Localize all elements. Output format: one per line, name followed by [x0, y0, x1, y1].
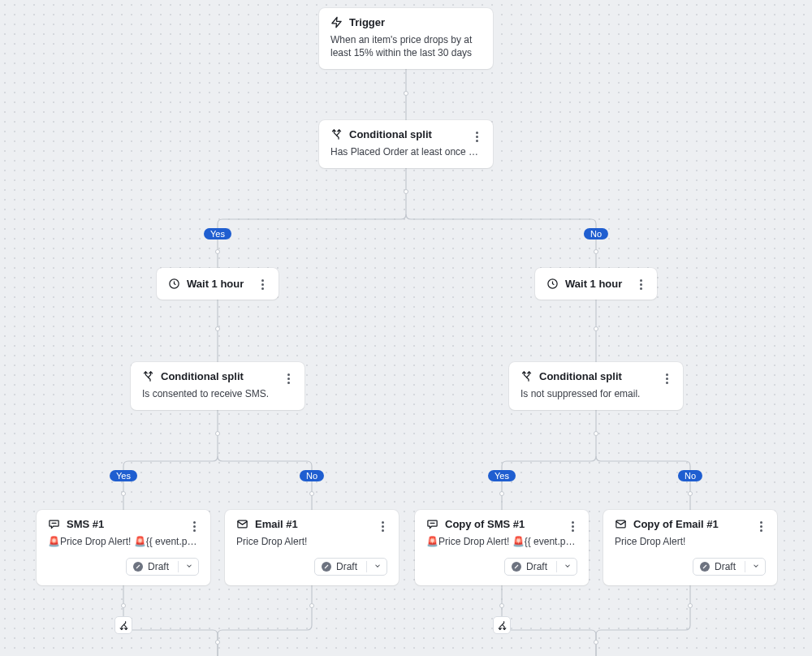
draft-status-icon [133, 562, 143, 572]
node-title: Conditional split [539, 370, 622, 382]
node-conditional-split[interactable]: Conditional split Has Placed Order at le… [319, 120, 493, 168]
branch-badge-no: No [584, 228, 608, 240]
node-title: Conditional split [161, 370, 244, 382]
branch-badge-no: No [300, 470, 324, 481]
connector-dot [215, 326, 220, 331]
connector-dot [215, 249, 220, 254]
node-menu-button[interactable] [467, 127, 486, 146]
node-menu-button[interactable] [631, 274, 650, 294]
status-dropdown[interactable]: Draft [693, 558, 766, 576]
node-desc: Price Drop Alert! [615, 535, 766, 548]
email-icon [236, 518, 248, 530]
node-menu-button[interactable] [657, 369, 676, 388]
status-label: Draft [336, 561, 357, 572]
node-desc: Price Drop Alert! [236, 535, 387, 548]
connector-dot [404, 189, 408, 194]
chevron-down-icon [185, 561, 193, 572]
connector-dot [499, 603, 504, 608]
node-sms[interactable]: SMS #1 🚨Price Drop Alert! 🚨{{ event.prod… [37, 510, 210, 585]
draft-status-icon [512, 562, 521, 572]
node-menu-button[interactable] [563, 516, 582, 536]
node-email[interactable]: Copy of Email #1 Price Drop Alert! Draft [603, 510, 777, 585]
node-title: Trigger [349, 16, 385, 28]
clock-icon [168, 278, 180, 290]
node-menu-button[interactable] [751, 516, 771, 536]
connector-dot [594, 431, 598, 436]
clock-icon [546, 278, 559, 290]
status-dropdown[interactable]: Draft [504, 558, 577, 576]
connector-dot [215, 640, 220, 645]
chevron-down-icon [564, 561, 572, 572]
split-icon [330, 128, 343, 140]
node-desc: Is consented to receive SMS. [142, 387, 293, 400]
node-desc: 🚨Price Drop Alert! 🚨{{ event.product_n… [426, 535, 577, 548]
node-title: Email #1 [255, 518, 298, 530]
connector-dot [594, 326, 598, 331]
branch-badge-yes: Yes [204, 228, 231, 240]
connector-dot [309, 491, 314, 496]
status-dropdown[interactable]: Draft [126, 558, 199, 576]
merge-icon [493, 616, 511, 634]
node-title: Wait 1 hour [565, 278, 622, 290]
node-title: Copy of Email #1 [633, 518, 719, 530]
connector-dot [215, 431, 220, 436]
connector-dot [499, 491, 504, 496]
chevron-down-icon [374, 561, 382, 572]
chevron-down-icon [752, 561, 760, 572]
node-desc: 🚨Price Drop Alert! 🚨{{ event.product_n… [48, 535, 199, 548]
node-wait[interactable]: Wait 1 hour [157, 268, 279, 300]
connector-dot [594, 249, 598, 254]
connector-dot [121, 491, 126, 496]
node-menu-button[interactable] [279, 369, 298, 388]
branch-badge-yes: Yes [488, 470, 516, 481]
email-icon [615, 518, 627, 530]
lightning-icon [330, 16, 343, 28]
node-title: Copy of SMS #1 [445, 518, 525, 530]
status-label: Draft [148, 561, 169, 572]
connector-dot [121, 603, 126, 608]
status-label: Draft [715, 561, 736, 572]
node-title: Wait 1 hour [187, 278, 244, 290]
sms-icon [48, 518, 60, 530]
connector-dot [309, 603, 314, 608]
connector-dot [594, 640, 598, 645]
status-label: Draft [526, 561, 547, 572]
node-conditional-split[interactable]: Conditional split Is consented to receiv… [131, 362, 304, 410]
node-desc: When an item's price drops by at least 1… [330, 33, 482, 59]
draft-status-icon [700, 562, 710, 572]
merge-icon [114, 616, 132, 634]
connector-dot [688, 603, 693, 608]
node-sms[interactable]: Copy of SMS #1 🚨Price Drop Alert! 🚨{{ ev… [415, 510, 589, 585]
node-wait[interactable]: Wait 1 hour [535, 268, 657, 300]
node-menu-button[interactable] [253, 274, 272, 294]
split-icon [142, 370, 154, 382]
status-dropdown[interactable]: Draft [314, 558, 387, 576]
connector-dot [688, 491, 693, 496]
sms-icon [426, 518, 438, 530]
node-menu-button[interactable] [373, 516, 392, 536]
node-desc: Is not suppressed for email. [520, 387, 672, 400]
branch-badge-no: No [678, 470, 702, 481]
split-icon [520, 370, 533, 382]
node-menu-button[interactable] [184, 516, 204, 536]
node-title: Conditional split [349, 128, 432, 140]
connector-dot [404, 91, 408, 96]
node-conditional-split[interactable]: Conditional split Is not suppressed for … [509, 362, 683, 410]
branch-badge-yes: Yes [110, 470, 137, 481]
draft-status-icon [322, 562, 331, 572]
flow-canvas[interactable]: { "trigger": { "title": "Trigger", "desc… [0, 0, 812, 656]
node-desc: Has Placed Order at least once over all … [330, 145, 482, 158]
svg-marker-0 [332, 17, 341, 28]
node-email[interactable]: Email #1 Price Drop Alert! Draft [225, 510, 399, 585]
node-trigger[interactable]: Trigger When an item's price drops by at… [319, 8, 493, 69]
node-title: SMS #1 [67, 518, 104, 530]
